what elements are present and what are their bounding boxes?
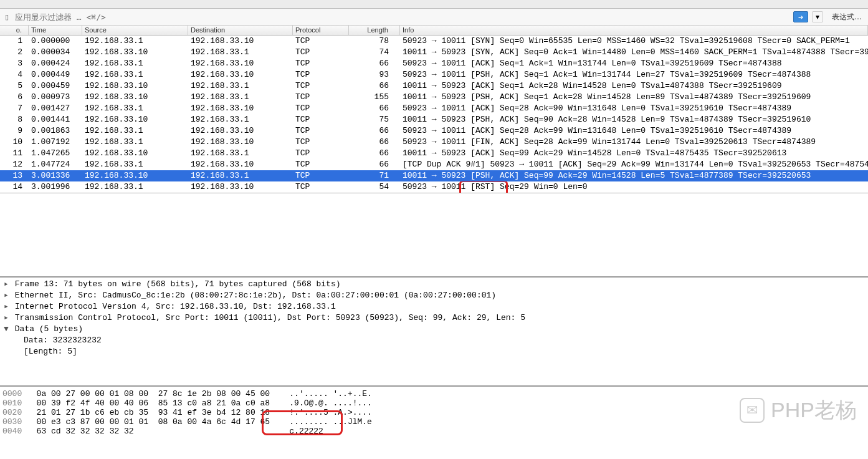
- detail-line[interactable]: ▸ Internet Protocol Version 4, Src: 192.…: [2, 301, 868, 312]
- col-header-time[interactable]: Time: [29, 26, 82, 35]
- packet-details-pane[interactable]: ▸ Frame 13: 71 bytes on wire (568 bits),…: [0, 278, 868, 387]
- col-header-length[interactable]: Length: [349, 26, 400, 35]
- packet-row[interactable]: 121.047724192.168.33.1192.168.33.10TCP66…: [0, 159, 868, 170]
- packet-list-body[interactable]: 10.000000192.168.33.1192.168.33.10TCP785…: [0, 36, 868, 193]
- packet-row[interactable]: 143.001996192.168.33.1192.168.33.10TCP54…: [0, 181, 868, 193]
- detail-line[interactable]: ▸ Frame 13: 71 bytes on wire (568 bits),…: [2, 279, 868, 290]
- col-header-destination[interactable]: Destination: [188, 26, 293, 35]
- detail-line[interactable]: ▸ Transmission Control Protocol, Src Por…: [2, 312, 868, 324]
- packet-row[interactable]: 111.047265192.168.33.10192.168.33.1TCP66…: [0, 148, 868, 159]
- packet-list-empty-area: [0, 193, 868, 278]
- packet-row[interactable]: 80.001441192.168.33.10192.168.33.1TCP751…: [0, 114, 868, 125]
- hex-line[interactable]: 0040 63 cd 32 32 32 32 32 c.22222: [2, 427, 868, 436]
- filter-history-dropdown[interactable]: ▾: [812, 11, 823, 22]
- display-filter-input[interactable]: [11, 10, 793, 24]
- filter-bar: ▯ ➔ ▾ 表达式…: [0, 9, 868, 26]
- packet-row[interactable]: 70.001427192.168.33.1192.168.33.10TCP665…: [0, 103, 868, 114]
- detail-line[interactable]: ▸ Ethernet II, Src: CadmusCo_8c:1e:2b (0…: [2, 290, 868, 301]
- col-header-protocol[interactable]: Protocol: [293, 26, 349, 35]
- packet-row[interactable]: 133.001336192.168.33.10192.168.33.1TCP71…: [0, 170, 868, 181]
- hex-line[interactable]: 0010 00 39 f2 4f 40 00 40 06 85 13 c0 a8…: [2, 399, 868, 408]
- detail-line[interactable]: Data: 3232323232: [2, 335, 868, 346]
- packet-list-pane: o. Time Source Destination Protocol Leng…: [0, 26, 868, 193]
- packet-row[interactable]: 101.007192192.168.33.1192.168.33.10TCP66…: [0, 137, 868, 148]
- packet-list-header: o. Time Source Destination Protocol Leng…: [0, 26, 868, 36]
- packet-row[interactable]: 30.000424192.168.33.1192.168.33.10TCP665…: [0, 58, 868, 69]
- packet-row[interactable]: 10.000000192.168.33.1192.168.33.10TCP785…: [0, 36, 868, 47]
- hex-line[interactable]: 0020 21 01 27 1b c6 eb cb 35 93 41 ef 3e…: [2, 408, 868, 417]
- bookmark-icon[interactable]: ▯: [2, 12, 11, 21]
- col-header-no[interactable]: o.: [0, 26, 29, 35]
- hex-line[interactable]: 0030 00 e3 c3 87 00 00 01 01 08 0a 00 4a…: [2, 417, 868, 427]
- packet-row[interactable]: 20.000034192.168.33.10192.168.33.1TCP741…: [0, 47, 868, 58]
- toolbar: [0, 0, 868, 9]
- hex-line[interactable]: 0000 0a 00 27 00 00 01 08 00 27 8c 1e 2b…: [2, 389, 868, 399]
- col-header-source[interactable]: Source: [82, 26, 188, 35]
- packet-row[interactable]: 60.000973192.168.33.10192.168.33.1TCP155…: [0, 92, 868, 103]
- packet-row[interactable]: 50.000459192.168.33.10192.168.33.1TCP661…: [0, 80, 868, 92]
- expression-button[interactable]: 表达式…: [828, 12, 866, 22]
- packet-row[interactable]: 90.001863192.168.33.1192.168.33.10TCP665…: [0, 125, 868, 137]
- detail-line[interactable]: ▼ Data (5 bytes): [2, 324, 868, 335]
- apply-filter-button[interactable]: ➔: [793, 11, 808, 22]
- packet-row[interactable]: 40.000449192.168.33.1192.168.33.10TCP935…: [0, 69, 868, 80]
- packet-bytes-pane[interactable]: 0000 0a 00 27 00 00 01 08 00 27 8c 1e 2b…: [0, 387, 868, 438]
- detail-line[interactable]: [Length: 5]: [2, 346, 868, 357]
- col-header-info[interactable]: Info: [400, 26, 868, 35]
